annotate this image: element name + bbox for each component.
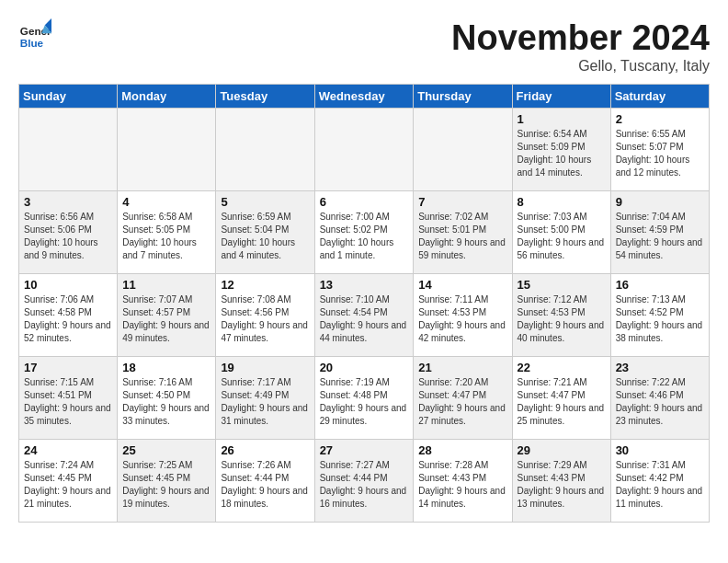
- weekday-header-tuesday: Tuesday: [216, 85, 314, 109]
- day-number: 14: [418, 278, 506, 292]
- day-info: Sunrise: 7:13 AM Sunset: 4:52 PM Dayligh…: [616, 293, 704, 345]
- calendar-week-2: 3Sunrise: 6:56 AM Sunset: 5:06 PM Daylig…: [19, 191, 710, 274]
- day-info: Sunrise: 7:28 AM Sunset: 4:43 PM Dayligh…: [418, 459, 506, 511]
- calendar-week-3: 10Sunrise: 7:06 AM Sunset: 4:58 PM Dayli…: [19, 274, 710, 357]
- day-info: Sunrise: 7:00 AM Sunset: 5:02 PM Dayligh…: [320, 211, 409, 262]
- day-number: 18: [122, 361, 210, 374]
- day-info: Sunrise: 7:26 AM Sunset: 4:44 PM Dayligh…: [221, 459, 309, 511]
- calendar-cell: 10Sunrise: 7:06 AM Sunset: 4:58 PM Dayli…: [19, 274, 118, 357]
- weekday-header-thursday: Thursday: [414, 85, 512, 109]
- svg-text:Blue: Blue: [20, 37, 44, 49]
- calendar-cell: 23Sunrise: 7:22 AM Sunset: 4:46 PM Dayli…: [610, 357, 709, 440]
- calendar-cell: [414, 109, 512, 191]
- day-info: Sunrise: 6:55 AM Sunset: 5:07 PM Dayligh…: [616, 128, 704, 179]
- day-info: Sunrise: 6:54 AM Sunset: 5:09 PM Dayligh…: [518, 128, 606, 179]
- calendar-cell: 15Sunrise: 7:12 AM Sunset: 4:53 PM Dayli…: [512, 274, 610, 357]
- day-info: Sunrise: 7:02 AM Sunset: 5:01 PM Dayligh…: [418, 211, 506, 262]
- calendar-cell: 4Sunrise: 6:58 AM Sunset: 5:05 PM Daylig…: [118, 191, 216, 274]
- day-info: Sunrise: 7:04 AM Sunset: 4:59 PM Dayligh…: [616, 211, 704, 262]
- calendar-cell: 19Sunrise: 7:17 AM Sunset: 4:49 PM Dayli…: [216, 357, 314, 440]
- calendar-cell: 2Sunrise: 6:55 AM Sunset: 5:07 PM Daylig…: [610, 109, 709, 191]
- day-number: 23: [616, 361, 704, 374]
- day-number: 21: [418, 361, 506, 374]
- day-number: 20: [320, 361, 409, 374]
- calendar-cell: 25Sunrise: 7:25 AM Sunset: 4:45 PM Dayli…: [118, 440, 216, 523]
- weekday-header-wednesday: Wednesday: [314, 85, 414, 109]
- day-info: Sunrise: 7:07 AM Sunset: 4:57 PM Dayligh…: [122, 293, 210, 345]
- calendar-cell: 13Sunrise: 7:10 AM Sunset: 4:54 PM Dayli…: [314, 274, 414, 357]
- day-number: 9: [616, 195, 704, 209]
- calendar-cell: [314, 109, 414, 191]
- calendar-week-5: 24Sunrise: 7:24 AM Sunset: 4:45 PM Dayli…: [19, 440, 710, 523]
- day-info: Sunrise: 7:19 AM Sunset: 4:48 PM Dayligh…: [320, 376, 409, 428]
- weekday-header-friday: Friday: [512, 85, 610, 109]
- calendar-cell: 8Sunrise: 7:03 AM Sunset: 5:00 PM Daylig…: [512, 191, 610, 274]
- page: General Blue November 2024 Gello, Tuscan…: [0, 0, 728, 532]
- calendar-cell: 28Sunrise: 7:28 AM Sunset: 4:43 PM Dayli…: [414, 440, 512, 523]
- month-title: November 2024: [451, 18, 710, 58]
- calendar-cell: [19, 109, 118, 191]
- day-number: 29: [518, 443, 606, 457]
- day-info: Sunrise: 7:12 AM Sunset: 4:53 PM Dayligh…: [518, 293, 606, 345]
- day-number: 17: [24, 361, 112, 374]
- day-number: 12: [221, 278, 309, 292]
- calendar-week-1: 1Sunrise: 6:54 AM Sunset: 5:09 PM Daylig…: [19, 109, 710, 191]
- day-info: Sunrise: 7:10 AM Sunset: 4:54 PM Dayligh…: [320, 293, 409, 345]
- calendar-cell: 14Sunrise: 7:11 AM Sunset: 4:53 PM Dayli…: [414, 274, 512, 357]
- calendar-header-row: SundayMondayTuesdayWednesdayThursdayFrid…: [19, 85, 710, 109]
- day-info: Sunrise: 7:03 AM Sunset: 5:00 PM Dayligh…: [518, 211, 606, 262]
- day-info: Sunrise: 7:29 AM Sunset: 4:43 PM Dayligh…: [518, 459, 606, 511]
- calendar-cell: 20Sunrise: 7:19 AM Sunset: 4:48 PM Dayli…: [314, 357, 414, 440]
- weekday-header-sunday: Sunday: [19, 85, 118, 109]
- header: General Blue November 2024 Gello, Tuscan…: [18, 18, 710, 75]
- calendar-cell: 29Sunrise: 7:29 AM Sunset: 4:43 PM Dayli…: [512, 440, 610, 523]
- day-number: 30: [616, 443, 704, 457]
- calendar: SundayMondayTuesdayWednesdayThursdayFrid…: [18, 84, 710, 523]
- day-number: 10: [24, 278, 112, 292]
- calendar-cell: 27Sunrise: 7:27 AM Sunset: 4:44 PM Dayli…: [314, 440, 414, 523]
- day-info: Sunrise: 7:17 AM Sunset: 4:49 PM Dayligh…: [221, 376, 309, 428]
- day-info: Sunrise: 7:31 AM Sunset: 4:42 PM Dayligh…: [616, 459, 704, 511]
- day-number: 4: [122, 195, 210, 209]
- calendar-cell: 30Sunrise: 7:31 AM Sunset: 4:42 PM Dayli…: [610, 440, 709, 523]
- day-info: Sunrise: 7:21 AM Sunset: 4:47 PM Dayligh…: [518, 376, 606, 428]
- logo: General Blue: [18, 18, 55, 52]
- day-number: 22: [518, 361, 606, 374]
- calendar-cell: 26Sunrise: 7:26 AM Sunset: 4:44 PM Dayli…: [216, 440, 314, 523]
- day-number: 8: [518, 195, 606, 209]
- day-info: Sunrise: 7:06 AM Sunset: 4:58 PM Dayligh…: [24, 293, 112, 345]
- day-number: 11: [122, 278, 210, 292]
- location: Gello, Tuscany, Italy: [451, 58, 710, 75]
- title-block: November 2024 Gello, Tuscany, Italy: [451, 18, 710, 75]
- day-number: 13: [320, 278, 409, 292]
- day-number: 27: [320, 443, 409, 457]
- calendar-cell: 17Sunrise: 7:15 AM Sunset: 4:51 PM Dayli…: [19, 357, 118, 440]
- day-number: 6: [320, 195, 409, 209]
- day-info: Sunrise: 7:24 AM Sunset: 4:45 PM Dayligh…: [24, 459, 112, 511]
- day-number: 15: [518, 278, 606, 292]
- day-number: 5: [221, 195, 309, 209]
- calendar-cell: [216, 109, 314, 191]
- calendar-cell: 7Sunrise: 7:02 AM Sunset: 5:01 PM Daylig…: [414, 191, 512, 274]
- day-number: 19: [221, 361, 309, 374]
- calendar-cell: 6Sunrise: 7:00 AM Sunset: 5:02 PM Daylig…: [314, 191, 414, 274]
- day-number: 1: [518, 112, 606, 126]
- calendar-cell: 18Sunrise: 7:16 AM Sunset: 4:50 PM Dayli…: [118, 357, 216, 440]
- day-number: 26: [221, 443, 309, 457]
- calendar-cell: 11Sunrise: 7:07 AM Sunset: 4:57 PM Dayli…: [118, 274, 216, 357]
- day-number: 7: [418, 195, 506, 209]
- day-number: 28: [418, 443, 506, 457]
- day-info: Sunrise: 7:25 AM Sunset: 4:45 PM Dayligh…: [122, 459, 210, 511]
- day-number: 2: [616, 112, 704, 126]
- calendar-cell: 24Sunrise: 7:24 AM Sunset: 4:45 PM Dayli…: [19, 440, 118, 523]
- calendar-cell: 5Sunrise: 6:59 AM Sunset: 5:04 PM Daylig…: [216, 191, 314, 274]
- calendar-cell: [118, 109, 216, 191]
- logo-icon: General Blue: [18, 18, 51, 52]
- calendar-cell: 22Sunrise: 7:21 AM Sunset: 4:47 PM Dayli…: [512, 357, 610, 440]
- day-info: Sunrise: 6:58 AM Sunset: 5:05 PM Dayligh…: [122, 211, 210, 262]
- day-info: Sunrise: 7:20 AM Sunset: 4:47 PM Dayligh…: [418, 376, 506, 428]
- calendar-week-4: 17Sunrise: 7:15 AM Sunset: 4:51 PM Dayli…: [19, 357, 710, 440]
- day-info: Sunrise: 7:15 AM Sunset: 4:51 PM Dayligh…: [24, 376, 112, 428]
- calendar-cell: 9Sunrise: 7:04 AM Sunset: 4:59 PM Daylig…: [610, 191, 709, 274]
- calendar-cell: 21Sunrise: 7:20 AM Sunset: 4:47 PM Dayli…: [414, 357, 512, 440]
